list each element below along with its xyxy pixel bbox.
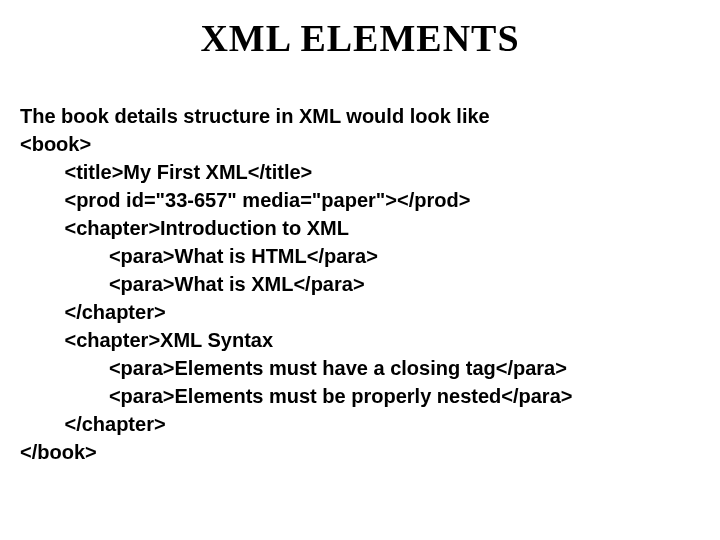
code-line: <chapter>XML Syntax (20, 329, 273, 351)
slide-title: XML ELEMENTS (20, 16, 700, 60)
code-line: <chapter>Introduction to XML (20, 217, 349, 239)
code-line: <title>My First XML</title> (20, 161, 312, 183)
code-line: <book> (20, 133, 91, 155)
code-line: <para>What is HTML</para> (20, 245, 378, 267)
code-line: <para>What is XML</para> (20, 273, 365, 295)
slide-body: The book details structure in XML would … (20, 74, 700, 494)
code-line: </book> (20, 441, 97, 463)
code-line: <prod id="33-657" media="paper"></prod> (20, 189, 470, 211)
code-line: </chapter> (20, 413, 166, 435)
code-line: <para>Elements must be properly nested</… (20, 385, 572, 407)
code-line: </chapter> (20, 301, 166, 323)
slide: XML ELEMENTS The book details structure … (0, 0, 720, 514)
intro-text: The book details structure in XML would … (20, 105, 490, 127)
code-line: <para>Elements must have a closing tag</… (20, 357, 567, 379)
